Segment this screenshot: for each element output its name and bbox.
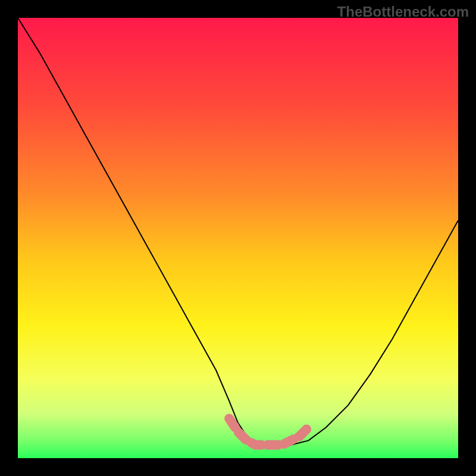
watermark-text: TheBottleneck.com (337, 4, 469, 20)
plot-area (18, 18, 458, 458)
chart-container: TheBottleneck.com (0, 0, 476, 476)
chart-svg (18, 18, 458, 458)
gradient-background (18, 18, 458, 458)
